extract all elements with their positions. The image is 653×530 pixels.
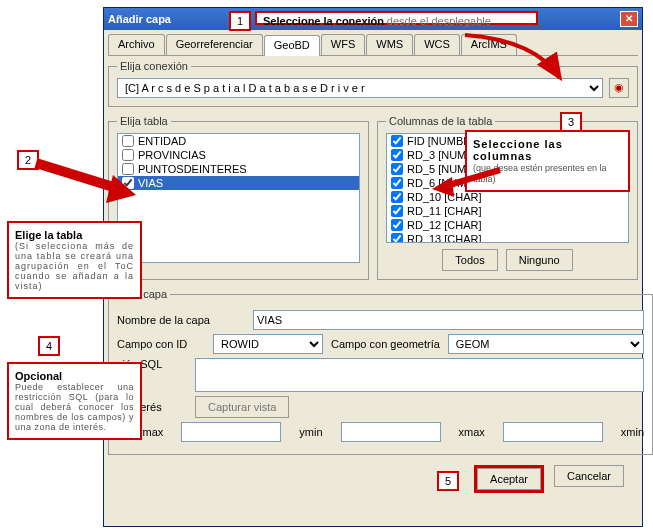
- xmin-label: xmin: [621, 426, 644, 438]
- column-checkbox[interactable]: [391, 177, 403, 189]
- select-none-button[interactable]: Ninguno: [506, 249, 573, 271]
- tables-list[interactable]: ENTIDAD PROVINCIAS PUNTOSDEINTERES VIAS: [117, 133, 360, 263]
- callout-number-4: 4: [38, 336, 60, 356]
- id-field-select[interactable]: ROWID: [213, 334, 323, 354]
- callout-number-5: 5: [437, 471, 459, 491]
- xmax-input[interactable]: [503, 422, 603, 442]
- close-icon[interactable]: ✕: [620, 11, 638, 27]
- table-row[interactable]: PROVINCIAS: [118, 148, 359, 162]
- tab-geobd[interactable]: GeoBD: [264, 35, 320, 56]
- capture-view-button[interactable]: Capturar vista: [195, 396, 289, 418]
- tab-strip: Archivo Georreferenciar GeoBD WFS WMS WC…: [108, 34, 638, 56]
- ymax-input[interactable]: [181, 422, 281, 442]
- callout-2: Elige la tabla(Si selecciona más de una …: [7, 221, 142, 299]
- columns-legend: Columnas de la tabla: [386, 115, 495, 127]
- layer-options-group: le la capa Nombre de la capa Campo con I…: [108, 288, 653, 455]
- callout-number-1: 1: [229, 11, 251, 31]
- ymin-label: ymin: [299, 426, 322, 438]
- tab-wfs[interactable]: WFS: [321, 34, 365, 55]
- layer-name-label: Nombre de la capa: [117, 314, 245, 326]
- column-row[interactable]: RD_12 [CHAR]: [387, 218, 628, 232]
- xmax-label: xmax: [459, 426, 485, 438]
- id-field-label: Campo con ID: [117, 338, 205, 350]
- cancel-button[interactable]: Cancelar: [554, 465, 624, 487]
- connection-group: Elija conexión [C] A r c s d e S p a t i…: [108, 60, 638, 107]
- column-row[interactable]: RD_11 [CHAR]: [387, 204, 628, 218]
- callout-1: Seleccione la conexión desde el desplega…: [255, 11, 538, 25]
- accept-button[interactable]: Aceptar: [477, 468, 541, 490]
- column-checkbox[interactable]: [391, 149, 403, 161]
- callout-number-2: 2: [17, 150, 39, 170]
- column-checkbox[interactable]: [391, 219, 403, 231]
- table-checkbox[interactable]: [122, 149, 134, 161]
- table-checkbox[interactable]: [122, 135, 134, 147]
- tables-group: Elija tabla ENTIDAD PROVINCIAS PUNTOSDEI…: [108, 115, 369, 280]
- ymin-input[interactable]: [341, 422, 441, 442]
- table-row-selected[interactable]: VIAS: [118, 176, 359, 190]
- connection-legend: Elija conexión: [117, 60, 191, 72]
- column-checkbox[interactable]: [391, 135, 403, 147]
- geom-field-select[interactable]: GEOM: [448, 334, 644, 354]
- select-all-button[interactable]: Todos: [442, 249, 497, 271]
- geom-field-label: Campo con geometría: [331, 338, 440, 350]
- layer-name-input[interactable]: [253, 310, 644, 330]
- table-row[interactable]: PUNTOSDEINTERES: [118, 162, 359, 176]
- callout-3: Seleccione las columnas(que desea estén …: [465, 130, 630, 192]
- column-row[interactable]: RD_10 [CHAR]: [387, 190, 628, 204]
- tab-wcs[interactable]: WCS: [414, 34, 460, 55]
- callout-number-3: 3: [560, 112, 582, 132]
- accept-highlight: Aceptar: [474, 465, 544, 493]
- tables-legend: Elija tabla: [117, 115, 171, 127]
- column-checkbox[interactable]: [391, 163, 403, 175]
- callout-4: OpcionalPuede establecer una restricción…: [7, 362, 142, 440]
- tab-arcims[interactable]: ArcIMS: [461, 34, 517, 55]
- column-checkbox[interactable]: [391, 191, 403, 203]
- table-row[interactable]: ENTIDAD: [118, 134, 359, 148]
- tab-georreferenciar[interactable]: Georreferenciar: [166, 34, 263, 55]
- tab-wms[interactable]: WMS: [366, 34, 413, 55]
- column-checkbox[interactable]: [391, 205, 403, 217]
- dialog-window: Añadir capa ✕ Archivo Georreferenciar Ge…: [103, 7, 643, 527]
- table-checkbox[interactable]: [122, 163, 134, 175]
- tab-archivo[interactable]: Archivo: [108, 34, 165, 55]
- column-checkbox[interactable]: [391, 233, 403, 243]
- table-checkbox[interactable]: [122, 177, 134, 189]
- connection-settings-icon[interactable]: ◉: [609, 78, 629, 98]
- connection-select[interactable]: [C] A r c s d e S p a t i a l D a t a b …: [117, 78, 603, 98]
- column-row[interactable]: RD_13 [CHAR]: [387, 232, 628, 243]
- sql-input[interactable]: [195, 358, 644, 392]
